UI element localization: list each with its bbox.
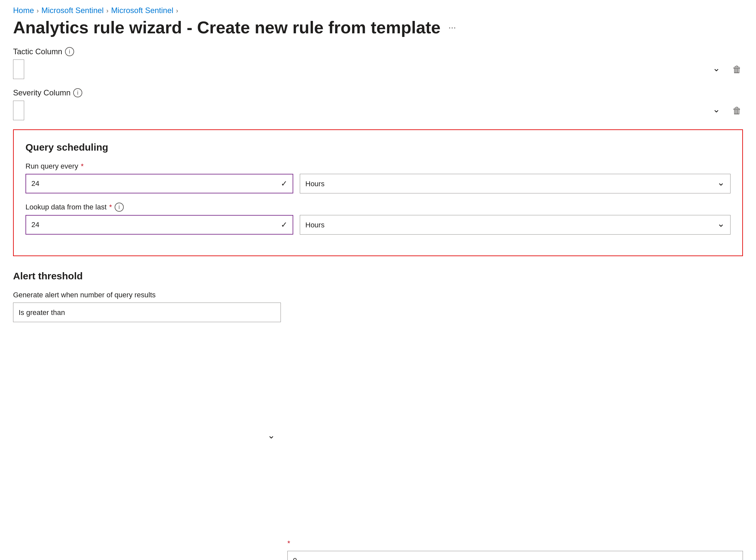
page-title: Analytics rule wizard - Create new rule … <box>13 18 441 37</box>
breadcrumb-sep-2: › <box>106 7 108 14</box>
alert-threshold-section: Alert threshold Generate alert when numb… <box>13 271 743 560</box>
severity-column-dropdown-wrapper <box>13 101 726 120</box>
alert-condition-select[interactable]: Is greater than Is less than Is equal to… <box>13 303 281 322</box>
breadcrumb-home[interactable]: Home <box>13 6 34 15</box>
severity-column-info-icon[interactable]: i <box>73 88 82 97</box>
severity-column-delete-icon[interactable]: 🗑 <box>731 104 743 117</box>
lookup-data-info-icon[interactable]: i <box>115 203 124 212</box>
alert-threshold-value-col: * <box>287 539 743 560</box>
breadcrumb: Home › Microsoft Sentinel › Microsoft Se… <box>0 0 756 18</box>
tactic-column-dropdown-wrapper <box>13 59 726 79</box>
run-query-row: Run query every * Hours Minutes Days <box>25 162 731 194</box>
query-scheduling-title: Query scheduling <box>25 142 731 153</box>
run-query-unit-select[interactable]: Hours Minutes Days <box>300 174 731 194</box>
severity-column-label: Severity Column <box>13 88 70 97</box>
lookup-data-label: Lookup data from the last <box>25 203 106 212</box>
severity-column-select[interactable] <box>13 101 24 120</box>
run-query-label: Run query every <box>25 162 78 171</box>
lookup-number-wrapper <box>25 215 293 235</box>
lookup-data-row: Lookup data from the last * i Hours Minu… <box>25 203 731 235</box>
severity-column-group: Severity Column i 🗑 <box>13 88 743 120</box>
run-query-unit-wrapper: Hours Minutes Days <box>300 174 731 194</box>
run-query-required: * <box>81 162 84 171</box>
lookup-unit-wrapper: Hours Minutes Days <box>300 215 731 235</box>
tactic-column-info-icon[interactable]: i <box>65 47 74 56</box>
lookup-number-input[interactable] <box>25 215 293 235</box>
lookup-unit-select[interactable]: Hours Minutes Days <box>300 215 731 235</box>
ellipsis-button[interactable]: ··· <box>446 21 458 34</box>
tactic-column-group: Tactic Column i 🗑 <box>13 47 743 79</box>
lookup-data-required: * <box>109 203 112 212</box>
run-query-number-wrapper <box>25 174 293 194</box>
breadcrumb-sep-3: › <box>176 7 178 14</box>
breadcrumb-sentinel-1[interactable]: Microsoft Sentinel <box>41 6 104 15</box>
tactic-column-delete-icon[interactable]: 🗑 <box>731 63 743 76</box>
alert-condition-dropdown-wrapper: Is greater than Is less than Is equal to… <box>13 303 281 560</box>
alert-threshold-label: Generate alert when number of query resu… <box>13 291 743 299</box>
tactic-column-label: Tactic Column <box>13 47 62 56</box>
breadcrumb-sentinel-2[interactable]: Microsoft Sentinel <box>111 6 173 15</box>
breadcrumb-sep-1: › <box>37 7 39 14</box>
tactic-column-select[interactable] <box>13 59 24 79</box>
threshold-value-input[interactable] <box>287 551 743 560</box>
query-scheduling-box: Query scheduling Run query every * Hours… <box>13 129 743 256</box>
alert-threshold-title: Alert threshold <box>13 271 743 282</box>
threshold-required-star: * <box>287 539 743 547</box>
run-query-number-input[interactable] <box>25 174 293 194</box>
